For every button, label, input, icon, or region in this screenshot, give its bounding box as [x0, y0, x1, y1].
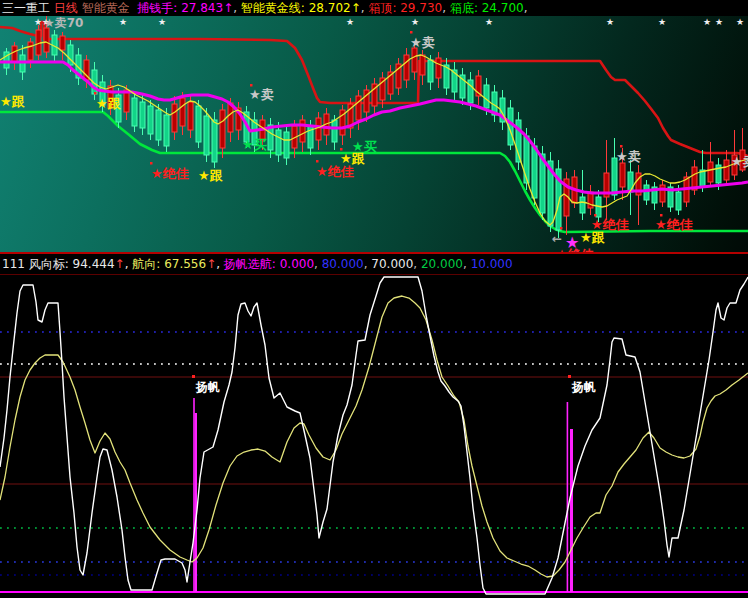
candle-body — [644, 185, 649, 200]
title-segment-12: 箱底: — [450, 2, 482, 14]
candle-body — [412, 48, 417, 72]
signal-markers: ★卖70★跟★跟★卖★买★买★跟★绝佳★绝佳★跟★卖★卖★绝佳★绝佳←★★跟★★… — [0, 16, 748, 253]
signal-marker: ★绝佳 — [151, 166, 189, 181]
signal-marker: ← — [552, 232, 562, 246]
red-dot-icon — [316, 160, 319, 163]
star-icon: ★ — [715, 17, 723, 27]
star-icon: ★ — [658, 17, 666, 27]
candle-body — [620, 163, 625, 187]
candle-body — [524, 136, 529, 183]
sub-segment-2: 94.444 — [73, 258, 115, 270]
sail-histogram-bar — [567, 402, 569, 592]
title-segment-10: 29.730 — [400, 2, 442, 14]
signal-marker: ★卖 — [410, 35, 435, 50]
star-icon: ★ — [411, 17, 419, 27]
star-icon: ★ — [158, 17, 166, 27]
candle-body — [180, 98, 185, 126]
star-icon: ★ — [346, 17, 354, 27]
box-bottom-line — [0, 112, 748, 232]
sub-segment-11: , — [314, 258, 322, 270]
candle-body — [220, 110, 225, 148]
signal-marker: ★卖 — [249, 87, 274, 102]
title-segment-7: 28.702↑ — [309, 2, 361, 14]
candle-body — [276, 130, 281, 155]
title-segment-8: , — [361, 2, 369, 14]
sub-segment-16: 20.000 — [421, 258, 463, 270]
candle-body — [284, 132, 289, 158]
candle-body — [420, 55, 425, 75]
signal-marker: ★绝佳 — [655, 217, 693, 232]
series-航向 — [0, 296, 748, 577]
candle-body — [332, 120, 337, 142]
candle-body — [204, 116, 209, 155]
title-segment-11: , — [442, 2, 450, 14]
candle-body — [172, 104, 177, 132]
signal-marker: ★绝佳 — [316, 164, 354, 179]
oscillator-chart: 扬帆扬帆 — [0, 275, 748, 598]
red-dot-icon — [568, 375, 571, 378]
sub-segment-0: 111 — [2, 258, 29, 270]
candle-body — [164, 115, 169, 146]
candle-body — [156, 110, 161, 140]
sail-label: 扬帆 — [195, 380, 220, 394]
title-segment-4: 27.843↑ — [181, 2, 233, 14]
oscillator-panel[interactable]: 扬帆扬帆 — [0, 275, 748, 598]
candle-body — [428, 60, 433, 82]
sub-segment-1: 风向标: — [29, 258, 73, 270]
sub-segment-18: 10.000 — [471, 258, 513, 270]
title-segment-1: 日线 — [50, 2, 78, 14]
candle-body — [132, 98, 137, 126]
star-icon: ★ — [485, 17, 493, 27]
candle-body — [60, 36, 65, 50]
signal-marker: ★卖 — [616, 149, 641, 164]
sub-segment-3: ↑ — [115, 258, 125, 270]
signal-marker: ★买 — [242, 137, 267, 152]
star-icon: ★ — [119, 17, 127, 27]
title-segment-9: 箱顶: — [368, 2, 400, 14]
candle-body — [44, 28, 49, 52]
sub-segment-12: 80.000 — [322, 258, 364, 270]
candle-body — [196, 106, 201, 142]
red-dot-icon — [192, 375, 195, 378]
sub-segment-13: , — [364, 258, 372, 270]
signal-marker: ★卖 — [731, 154, 748, 169]
title-segment-14: , — [524, 2, 528, 14]
sub-segment-5: 航向: — [132, 258, 164, 270]
candles — [4, 16, 745, 238]
candle-body — [700, 170, 705, 187]
price-chart-panel[interactable]: ★★★★★★★★★★★★★卖70★跟★跟★卖★买★买★跟★绝佳★绝佳★跟★卖★卖… — [0, 16, 748, 253]
candle-body — [532, 146, 537, 198]
sub-segment-4: , — [125, 258, 133, 270]
title-segment-5: , — [233, 2, 241, 14]
sub-segment-9: 扬帆选航: — [224, 258, 280, 270]
signal-marker: ★跟 — [580, 230, 606, 245]
red-dot-icon — [620, 145, 623, 148]
title-segment-0: 三一重工 — [2, 2, 50, 14]
red-dot-icon — [560, 227, 563, 230]
red-dot-icon — [410, 31, 413, 34]
title-segment-3: 捕钱手: — [137, 2, 181, 14]
series-风向标 — [0, 277, 748, 594]
candle-body — [300, 120, 305, 142]
candle-body — [484, 85, 489, 108]
candle-body — [28, 42, 33, 60]
sub-segment-6: 67.556 — [164, 258, 206, 270]
star-icon: ★ — [606, 17, 614, 27]
title-bar: 三一重工 日线 智能黄金 捕钱手: 27.843↑, 智能黄金线: 28.702… — [0, 0, 748, 16]
sub-segment-17: , — [463, 258, 471, 270]
candlestick-chart: ★★★★★★★★★★★★★卖70★跟★跟★卖★买★买★跟★绝佳★绝佳★跟★卖★卖… — [0, 16, 748, 253]
candle-body — [140, 102, 145, 128]
sail-label: 扬帆 — [571, 380, 596, 394]
sub-segment-15: , — [413, 258, 421, 270]
signal-marker: ★卖70 — [44, 16, 83, 30]
signal-marker: ★跟 — [96, 96, 122, 111]
candle-body — [708, 162, 713, 182]
sub-segment-7: ↑ — [206, 258, 216, 270]
star-icon: ★ — [34, 17, 42, 27]
candle-body — [12, 46, 17, 62]
sub-segment-10: 0.000 — [280, 258, 314, 270]
red-dot-icon — [94, 92, 97, 95]
sail-histogram-bar — [570, 429, 573, 592]
candle-body — [436, 58, 441, 78]
candle-body — [404, 55, 409, 80]
